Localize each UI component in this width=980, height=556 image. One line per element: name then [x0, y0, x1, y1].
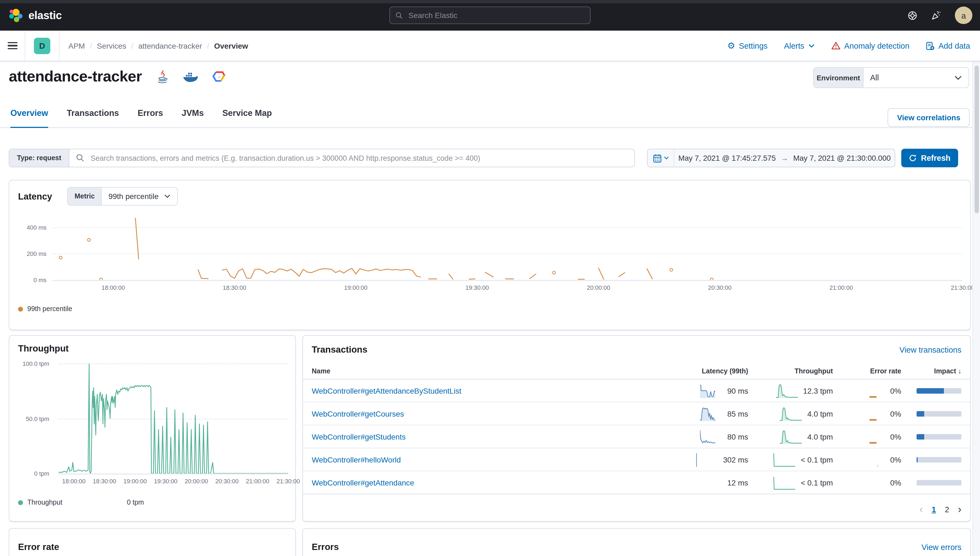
throughput-panel: Throughput 100.0 tpm 50.0 tpm 0 tpm 18:0…	[9, 335, 296, 522]
transaction-link[interactable]: WebController#getAttendance	[312, 478, 682, 487]
view-correlations-button[interactable]: View correlations	[888, 108, 970, 127]
service-agent-icons	[157, 70, 226, 84]
environment-value[interactable]: All	[864, 68, 969, 87]
latency-chart[interactable]	[52, 215, 962, 280]
alerts-button[interactable]: Alerts	[784, 41, 815, 50]
error-rate-sparkline	[863, 475, 885, 490]
breadcrumb-services[interactable]: Services	[97, 41, 138, 50]
table-row: WebController#getCourses 85 ms 4.0 tpm 0…	[303, 402, 970, 425]
calendar-icon	[653, 154, 661, 163]
topbar-actions: a	[907, 0, 972, 31]
environment-select: Environment All	[813, 67, 969, 88]
throughput-legend-value: 0 tpm	[127, 499, 144, 506]
global-search-input[interactable]	[408, 10, 585, 20]
page-1[interactable]: 1	[931, 505, 936, 514]
metric-value[interactable]: 99th percentile	[102, 187, 177, 205]
breadcrumb-current: Overview	[214, 41, 248, 50]
help-icon[interactable]	[907, 10, 918, 21]
settings-button[interactable]: ⚙ Settings	[727, 41, 768, 50]
date-end[interactable]: May 7, 2021 @ 21:30:00.000	[793, 154, 891, 162]
menu-icon[interactable]	[8, 42, 18, 50]
error-rate-panel: Error rate	[9, 528, 296, 556]
topbar-edge	[0, 0, 980, 3]
impact-bar	[917, 457, 961, 462]
transactions-panel: Transactions View transactions Name Late…	[302, 335, 971, 522]
add-data-icon	[926, 41, 935, 50]
global-search[interactable]	[390, 6, 590, 24]
page-2[interactable]: 2	[945, 505, 949, 514]
app-root: elastic	[0, 0, 980, 556]
logo-text: elastic	[28, 9, 62, 22]
x-axis-line	[52, 280, 962, 281]
latency-legend[interactable]: 99th percentile	[18, 305, 72, 313]
impact-bar	[917, 434, 961, 439]
kql-filter: Type: request	[9, 149, 635, 167]
impact-bar	[917, 388, 961, 393]
transaction-link[interactable]: WebController#getStudents	[312, 432, 682, 441]
add-data-button[interactable]: Add data	[926, 41, 970, 50]
table-row: WebController#getAttendance 12 ms < 0.1 …	[303, 471, 970, 494]
transaction-search-input[interactable]	[89, 154, 628, 163]
page-prev-icon[interactable]: ‹	[919, 504, 923, 514]
breadcrumb-apm[interactable]: APM	[68, 41, 97, 50]
throughput-sparkline	[773, 475, 795, 490]
y-tick-200ms: 200 ms	[9, 251, 47, 257]
search-icon	[76, 154, 84, 162]
view-transactions-link[interactable]: View transactions	[899, 345, 961, 354]
date-start[interactable]: May 7, 2021 @ 17:45:27.575	[678, 154, 776, 162]
breadcrumb-service[interactable]: attendance-tracker	[138, 41, 214, 50]
y-tick-50tpm: 50.0 tpm	[9, 415, 49, 422]
view-errors-link[interactable]: View errors	[922, 543, 961, 551]
environment-label: Environment	[814, 68, 864, 87]
sort-desc-icon: ↓	[958, 367, 962, 375]
latency-title: Latency	[18, 191, 52, 202]
y-tick-100tpm: 100.0 tpm	[9, 360, 49, 367]
calendar-button[interactable]	[647, 149, 674, 167]
tabs: Overview Transactions Errors JVMs Servic…	[10, 108, 272, 128]
space-avatar[interactable]: D	[34, 37, 50, 54]
col-error-rate[interactable]: Error rate	[833, 367, 901, 375]
throughput-chart[interactable]	[58, 364, 288, 474]
chevron-down-icon	[164, 194, 171, 199]
tab-jvms[interactable]: JVMs	[181, 108, 204, 128]
refresh-button[interactable]: Refresh	[901, 149, 958, 167]
user-avatar[interactable]: a	[955, 6, 972, 24]
tab-overview[interactable]: Overview	[10, 108, 48, 128]
news-popper-icon[interactable]	[931, 10, 942, 21]
elastic-logo[interactable]: elastic	[9, 0, 62, 31]
transaction-link[interactable]: WebController#getAttendanceByStudentList	[312, 386, 682, 395]
type-filter-label[interactable]: Type: request	[9, 149, 70, 167]
page-actions: ⚙ Settings Alerts Anomaly detection	[727, 41, 970, 50]
breadcrumb-bar: D APM Services attendance-tracker Overvi…	[0, 31, 980, 61]
error-rate-sparkline	[863, 430, 885, 444]
col-throughput[interactable]: Throughput	[748, 367, 833, 375]
transaction-link[interactable]: WebController#helloWorld	[312, 455, 682, 464]
docker-icon	[183, 71, 198, 83]
date-range-picker: May 7, 2021 @ 17:45:27.575 → May 7, 2021…	[647, 149, 895, 167]
warning-icon	[831, 42, 840, 50]
anomaly-detection-button[interactable]: Anomaly detection	[831, 41, 909, 50]
throughput-sparkline	[780, 430, 802, 444]
page-next-icon[interactable]: ›	[958, 504, 961, 514]
gear-icon: ⚙	[727, 41, 735, 50]
x-axis-line	[58, 474, 288, 474]
latency-sparkline	[700, 475, 722, 490]
throughput-sparkline	[780, 406, 802, 421]
scrollbar[interactable]	[972, 31, 980, 556]
elastic-logo-icon	[9, 8, 23, 23]
throughput-legend[interactable]: Throughput 0 tpm	[18, 499, 144, 506]
transaction-link[interactable]: WebController#getCourses	[312, 409, 682, 418]
col-latency[interactable]: Latency (99th)	[682, 367, 748, 375]
error-rate-title: Error rate	[18, 542, 59, 552]
y-tick-0tpm: 0 tpm	[9, 470, 49, 477]
col-name[interactable]: Name	[312, 367, 682, 375]
tab-transactions[interactable]: Transactions	[67, 108, 119, 128]
tab-errors[interactable]: Errors	[137, 108, 163, 128]
latency-sparkline	[695, 453, 718, 467]
col-impact[interactable]: Impact ↓	[901, 367, 961, 375]
tab-service-map[interactable]: Service Map	[222, 108, 272, 128]
table-header: Name Latency (99th) Throughput Error rat…	[303, 364, 970, 380]
y-tick-400ms: 400 ms	[9, 224, 47, 231]
scrollbar-thumb[interactable]	[975, 66, 979, 213]
arrow-right-icon: →	[781, 154, 788, 162]
